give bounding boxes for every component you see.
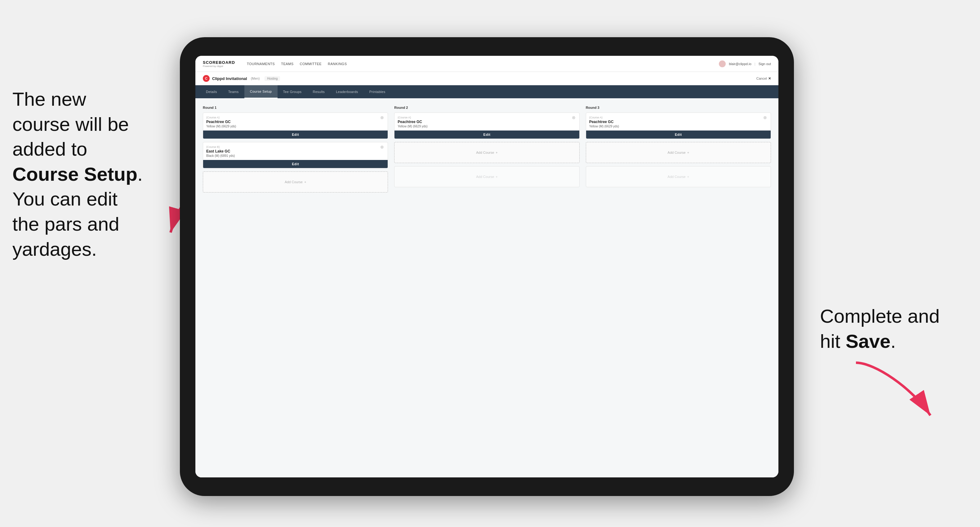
round3-add-course-disabled-label: Add Course [668, 175, 686, 179]
round2-add-course-disabled: Add Course + [394, 166, 579, 187]
round-2-column: Round 2 ⊗ (Course A) Peachtree GC Yellow… [394, 106, 579, 195]
round1-course-a-delete-icon[interactable]: ⊗ [380, 115, 385, 120]
user-email: blair@clippd.io [729, 62, 751, 66]
annotation-line3: added to [13, 138, 87, 160]
annotation-right: Complete and hit Save. [820, 304, 940, 354]
nav-link-tournaments[interactable]: TOURNAMENTS [247, 61, 275, 67]
annotation-line1: The new [13, 88, 86, 110]
cancel-x-icon: ✕ [768, 76, 771, 81]
round2-add-course-button[interactable]: Add Course + [394, 142, 579, 163]
round2-course-a-label: (Course A) [398, 116, 576, 119]
round2-course-a-delete-icon[interactable]: ⊗ [572, 115, 577, 120]
round-1-column: Round 1 ⊗ (Course A) Peachtree GC Yellow… [203, 106, 388, 195]
tab-tee-groups[interactable]: Tee Groups [278, 85, 307, 98]
round1-add-course-label: Add Course [285, 180, 303, 184]
main-content: Round 1 ⊗ (Course A) Peachtree GC Yellow… [196, 98, 778, 478]
round1-course-b-tee: Black (M) (6891 yds) [206, 154, 385, 157]
tournament-icon: C [203, 75, 210, 82]
tab-printables[interactable]: Printables [364, 85, 391, 98]
round3-add-course-disabled: Add Course + [586, 166, 771, 187]
round3-add-course-disabled-plus-icon: + [687, 175, 689, 179]
tournament-type: (Men) [251, 76, 260, 80]
round3-add-course-plus-icon: + [687, 151, 689, 154]
nav-links: TOURNAMENTS TEAMS COMMITTEE RANKINGS [247, 61, 711, 67]
round-2-label: Round 2 [394, 106, 579, 110]
sign-out-link[interactable]: Sign out [759, 62, 771, 66]
tab-course-setup[interactable]: Course Setup [244, 85, 278, 98]
tab-teams[interactable]: Teams [223, 85, 244, 98]
round-3-column: Round 3 ⊗ (Course A) Peachtree GC Yellow… [586, 106, 771, 195]
tournament-title: C Clippd Invitational (Men) Hosting [203, 75, 280, 82]
round1-course-b-name: East Lake GC [206, 149, 385, 154]
annotation-line2: course will be [13, 113, 129, 135]
top-nav: SCOREBOARD Powered by clippd TOURNAMENTS… [196, 56, 778, 72]
round2-course-a-edit-button[interactable]: Edit [395, 130, 579, 138]
arrow-right-icon [850, 357, 943, 425]
annotation-left: The new course will be added to Course S… [13, 87, 167, 262]
annotation-right-line2: hit Save. [820, 330, 896, 352]
round3-course-a-delete-icon[interactable]: ⊗ [763, 115, 768, 120]
round2-course-a-tee: Yellow (M) (6629 yds) [398, 125, 576, 128]
nav-link-rankings[interactable]: RANKINGS [328, 61, 347, 67]
round2-add-course-label: Add Course [476, 151, 494, 154]
annotation-line7: yardages. [13, 238, 97, 260]
round1-course-a-tee: Yellow (M) (6629 yds) [206, 125, 385, 128]
tab-results[interactable]: Results [307, 85, 330, 98]
round3-course-a-tee: Yellow (M) (6629 yds) [589, 125, 768, 128]
tab-details[interactable]: Details [200, 85, 223, 98]
round1-course-a-label: (Course A) [206, 116, 385, 119]
annotation-save: Save [846, 330, 891, 352]
round1-course-b-delete-icon[interactable]: ⊗ [380, 145, 385, 150]
round3-course-a-label: (Course A) [589, 116, 768, 119]
logo-sub-text: Powered by clippd [203, 65, 235, 68]
nav-link-teams[interactable]: TEAMS [281, 61, 293, 67]
round1-course-b-edit-button[interactable]: Edit [203, 160, 388, 168]
round3-add-course-button[interactable]: Add Course + [586, 142, 771, 163]
round-3-label: Round 3 [586, 106, 771, 110]
tournament-bar: C Clippd Invitational (Men) Hosting Canc… [196, 72, 778, 85]
tournament-name: Clippd Invitational [212, 76, 247, 81]
scoreboard-logo: SCOREBOARD Powered by clippd [203, 60, 235, 68]
annotation-right-line1: Complete and [820, 305, 940, 327]
round1-course-b-card: ⊗ (Course B) East Lake GC Black (M) (689… [203, 142, 388, 168]
logo-main-text: SCOREBOARD [203, 60, 235, 65]
round2-add-course-disabled-plus-icon: + [496, 175, 498, 179]
round1-course-a-edit-button[interactable]: Edit [203, 130, 388, 138]
round3-course-a-card: ⊗ (Course A) Peachtree GC Yellow (M) (66… [586, 113, 771, 139]
round2-add-course-disabled-label: Add Course [476, 175, 494, 179]
round2-add-course-plus-icon: + [496, 151, 498, 154]
user-avatar [719, 60, 726, 67]
tablet-screen: SCOREBOARD Powered by clippd TOURNAMENTS… [196, 56, 778, 478]
tablet-frame: SCOREBOARD Powered by clippd TOURNAMENTS… [180, 37, 794, 496]
round1-course-a-card: ⊗ (Course A) Peachtree GC Yellow (M) (66… [203, 113, 388, 139]
cancel-label: Cancel [756, 76, 767, 80]
round2-course-a-name: Peachtree GC [398, 120, 576, 124]
round3-course-a-edit-button[interactable]: Edit [586, 130, 771, 138]
nav-link-committee[interactable]: COMMITTEE [300, 61, 322, 67]
round1-course-a-name: Peachtree GC [206, 120, 385, 124]
hosting-badge: Hosting [264, 76, 280, 81]
nav-right: blair@clippd.io | Sign out [719, 60, 771, 67]
annotation-line4: Course Setup [13, 163, 137, 185]
round3-course-a-name: Peachtree GC [589, 120, 768, 124]
tab-leaderboards[interactable]: Leaderboards [330, 85, 364, 98]
tab-bar: Details Teams Course Setup Tee Groups Re… [196, 85, 778, 98]
round1-add-course-button[interactable]: Add Course + [203, 171, 388, 192]
annotation-line6: the pars and [13, 213, 119, 235]
rounds-grid: Round 1 ⊗ (Course A) Peachtree GC Yellow… [203, 106, 771, 195]
round-1-label: Round 1 [203, 106, 388, 110]
round1-course-b-label: (Course B) [206, 145, 385, 149]
round3-add-course-label: Add Course [668, 151, 686, 154]
round2-course-a-card: ⊗ (Course A) Peachtree GC Yellow (M) (66… [394, 113, 579, 139]
round1-add-course-plus-icon: + [304, 180, 306, 184]
cancel-button[interactable]: Cancel ✕ [756, 76, 771, 81]
